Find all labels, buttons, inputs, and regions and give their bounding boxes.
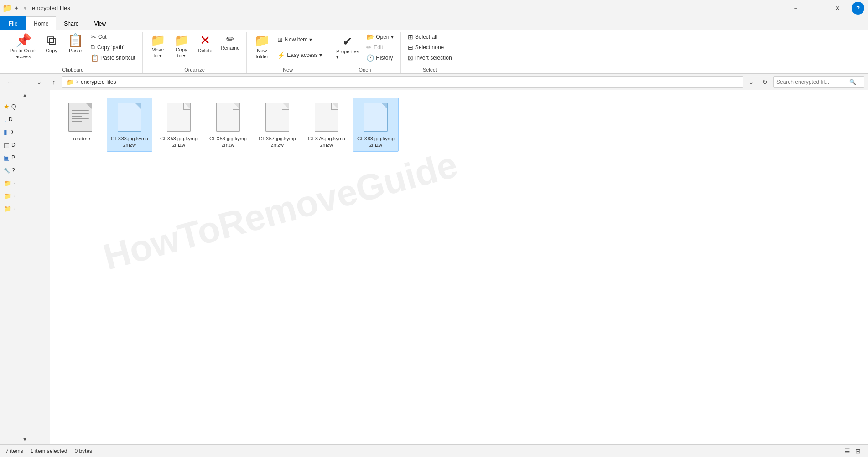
search-box[interactable]: 🔍 — [773, 76, 864, 88]
new-item-icon: ⊞ — [277, 36, 283, 43]
invert-selection-button[interactable]: ⊠ Invert selection — [405, 53, 455, 63]
cut-button[interactable]: ✂ Cut — [88, 32, 139, 42]
maximize-button[interactable]: □ — [806, 0, 827, 16]
file-item-gfx57[interactable]: GFX57.jpg.kympzmzw — [255, 98, 300, 152]
sidebar-scroll-down[interactable]: ▼ — [0, 434, 50, 444]
new-folder-button[interactable]: 📁 Newfolder — [250, 32, 273, 63]
gfx83-filename: GFX83.jpg.kympzmzw — [356, 135, 395, 149]
sidebar-item-desktop[interactable]: ▮ D — [0, 126, 50, 139]
breadcrumb-folder-icon: 📁 — [66, 78, 74, 86]
tab-file[interactable]: File — [0, 16, 26, 30]
folder1-icon: 📁 — [4, 180, 11, 187]
paste-shortcut-icon: 📋 — [91, 54, 99, 62]
paste-button[interactable]: 📋 Paste — [64, 32, 87, 63]
forward-button[interactable]: → — [18, 76, 31, 88]
ribbon-group-organize: 📁 Moveto ▾ 📁 Copyto ▾ ✕ Delete ✏ Rename … — [143, 32, 247, 73]
file-item-gfx83[interactable]: GFX83.jpg.kympzmzw — [353, 98, 399, 152]
details-view-button[interactable]: ☰ — [842, 447, 852, 456]
rename-button[interactable]: ✏ Rename — [218, 32, 243, 63]
history-button[interactable]: 🕐 History — [363, 53, 397, 63]
file-item-gfx38[interactable]: GFX38.jpg.kympzmzw — [107, 98, 152, 152]
new-label: New — [250, 66, 325, 73]
gfx53-filename: GFX53.jpg.kympzmzw — [159, 135, 198, 149]
line3 — [72, 116, 82, 117]
search-input[interactable] — [776, 79, 849, 85]
properties-label: Properties▾ — [336, 49, 359, 60]
cut-icon: ✂ — [91, 33, 96, 41]
pictures-icon: ▣ — [4, 154, 10, 161]
close-button[interactable]: ✕ — [827, 0, 848, 16]
search-icon: 🔍 — [849, 79, 856, 85]
large-icons-view-button[interactable]: ⊞ — [853, 447, 863, 456]
open-button[interactable]: 📂 Open ▾ — [363, 32, 397, 42]
easy-access-icon: ⚡ — [277, 51, 285, 59]
file-item-gfx76[interactable]: GFX76.jpg.kympzmzw — [304, 98, 349, 152]
gfx38-filename: GFX38.jpg.kympzmzw — [110, 135, 149, 149]
line1 — [72, 110, 89, 111]
copy-button[interactable]: ⧉ Copy — [40, 32, 63, 63]
paste-shortcut-label: Paste shortcut — [100, 55, 135, 61]
file-item-readme[interactable]: _readme — [57, 98, 103, 152]
title-bar-title: encrypted files — [32, 5, 785, 11]
new-small-col: ⊞ New item ▾ ⚡ Easy access ▾ — [274, 32, 325, 63]
gfx56-icon — [213, 101, 243, 134]
select-none-button[interactable]: ⊟ Select none — [405, 42, 455, 52]
copy-path-icon: ⧉ — [91, 43, 95, 51]
file-item-gfx53[interactable]: GFX53.jpg.kympzmzw — [156, 98, 202, 152]
edit-label: Edit — [374, 44, 383, 51]
address-path[interactable]: 📁 > encrypted files — [62, 76, 743, 88]
sidebar-item-folder2[interactable]: 📁 · — [0, 190, 50, 202]
sidebar-item-pictures[interactable]: ▣ P — [0, 151, 50, 164]
gfx76-filename: GFX76.jpg.kympzmzw — [307, 135, 346, 149]
encrypted-file-gfx83 — [364, 103, 388, 132]
readme-icon — [66, 101, 95, 134]
sidebar: ▲ ★ Q ↓ D ▮ D ▤ D ▣ P 🔧 ? 📁 · 📁 — [0, 90, 50, 444]
content-area: _readme GFX38.jpg.kympzmzw GFX53.jpg.kym… — [50, 90, 868, 444]
back-button[interactable]: ← — [4, 76, 16, 88]
refresh-button[interactable]: ↻ — [759, 76, 771, 88]
new-folder-label: Newfolder — [256, 48, 269, 60]
new-folder-icon: 📁 — [254, 34, 270, 47]
gfx57-filename: GFX57.jpg.kympzmzw — [258, 135, 297, 149]
properties-button[interactable]: ✔ Properties▾ — [333, 32, 362, 63]
tab-home[interactable]: Home — [26, 16, 56, 30]
downloads-icon: ↓ — [4, 116, 7, 123]
sidebar-scroll-up[interactable]: ▲ — [0, 90, 50, 100]
select-all-button[interactable]: ⊞ Select all — [405, 32, 455, 42]
copy-path-button[interactable]: ⧉ Copy 'path' — [88, 42, 139, 52]
address-dropdown-button[interactable]: ⌄ — [745, 76, 758, 88]
sidebar-item-folder1[interactable]: 📁 · — [0, 177, 50, 190]
ribbon-group-open: ✔ Properties▾ 📂 Open ▾ ✏ Edit 🕐 History — [329, 32, 401, 73]
tab-view[interactable]: View — [86, 16, 114, 30]
generic-file-gfx76 — [315, 103, 338, 132]
sidebar-item-music[interactable]: 🔧 ? — [0, 164, 50, 177]
open-icon: 📂 — [366, 33, 374, 41]
recent-locations-button[interactable]: ⌄ — [33, 76, 46, 88]
delete-icon: ✕ — [200, 34, 210, 47]
sidebar-item-folder3[interactable]: 📁 · — [0, 202, 50, 215]
cut-label: Cut — [98, 34, 107, 40]
edit-button[interactable]: ✏ Edit — [363, 42, 397, 52]
move-to-button[interactable]: 📁 Moveto ▾ — [146, 32, 169, 63]
new-item-button[interactable]: ⊞ New item ▾ — [274, 35, 325, 45]
up-button[interactable]: ↑ — [47, 76, 60, 88]
sidebar-item-documents[interactable]: ▤ D — [0, 139, 50, 151]
line5 — [72, 121, 82, 122]
easy-access-button[interactable]: ⚡ Easy access ▾ — [274, 50, 325, 60]
item-count: 7 items — [5, 448, 23, 454]
main-layout: ▲ ★ Q ↓ D ▮ D ▤ D ▣ P 🔧 ? 📁 · 📁 — [0, 90, 868, 444]
file-item-gfx56[interactable]: GFX56.jpg.kympzmzw — [205, 98, 251, 152]
sidebar-item-downloads[interactable]: ↓ D — [0, 113, 50, 126]
minimize-button[interactable]: − — [785, 0, 806, 16]
new-item-label: New item ▾ — [285, 36, 312, 43]
ribbon-group-clipboard: 📌 Pin to Quickaccess ⧉ Copy 📋 Paste ✂ Cu… — [4, 32, 143, 73]
pin-to-quick-access-button[interactable]: 📌 Pin to Quickaccess — [7, 32, 39, 63]
sidebar-item-quick-access[interactable]: ★ Q — [0, 100, 50, 113]
paste-shortcut-button[interactable]: 📋 Paste shortcut — [88, 53, 139, 63]
breadcrumb-current: encrypted files — [81, 79, 116, 85]
help-button[interactable]: ? — [852, 2, 864, 15]
ribbon-tabs: File Home Share View — [0, 16, 868, 30]
tab-share[interactable]: Share — [56, 16, 86, 30]
delete-button[interactable]: ✕ Delete — [194, 32, 217, 63]
copy-to-button[interactable]: 📁 Copyto ▾ — [170, 32, 193, 63]
